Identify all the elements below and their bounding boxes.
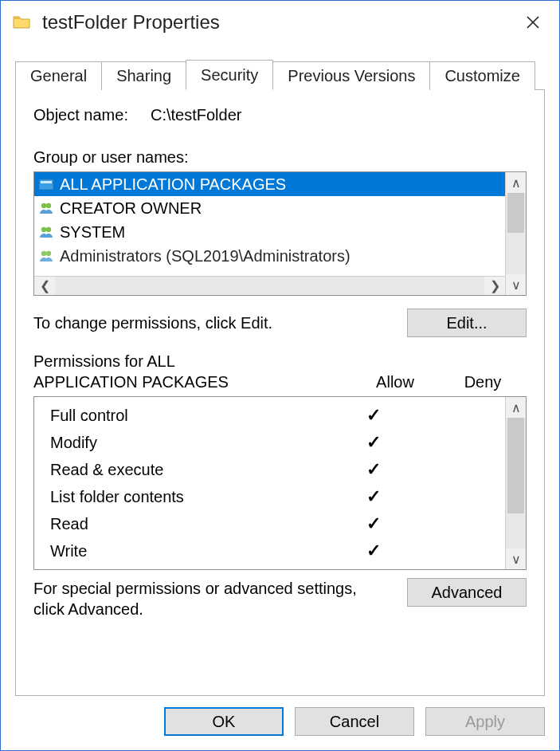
scroll-track[interactable] [506,418,526,549]
security-panel: Object name: C:\testFolder Group or user… [15,90,545,696]
users-icon [37,199,55,217]
list-item-label: CREATOR OWNER [60,199,202,218]
permissions-listbox[interactable]: Full control ✓ Modify ✓ Read & execute ✓ [33,396,527,570]
list-item[interactable]: CREATOR OWNER [34,196,505,220]
check-icon: ✓ [366,432,381,452]
permission-row: Write ✓ [50,537,505,564]
permission-row: Modify ✓ [50,429,505,456]
vertical-scrollbar[interactable]: ∧ ∨ [505,397,526,569]
svg-point-6 [41,251,46,256]
permissions-title-line2: APPLICATION PACKAGES [33,373,351,391]
permissions-title: Permissions for ALL [33,352,527,372]
window-title: testFolder Properties [42,11,513,33]
scroll-up-icon[interactable]: ∧ [506,172,526,193]
allow-cell: ✓ [330,486,417,507]
scroll-thumb[interactable] [507,418,524,513]
permission-row: Full control ✓ [50,402,505,429]
scroll-up-icon[interactable]: ∧ [506,397,526,418]
list-item-label: ALL APPLICATION PACKAGES [60,175,286,194]
scroll-down-icon[interactable]: ∨ [506,549,526,569]
list-item-label: Administrators (SQL2019\Administrators) [60,247,350,265]
list-item-label: SYSTEM [60,223,125,242]
object-name-row: Object name: C:\testFolder [33,106,527,124]
svg-rect-0 [39,179,53,190]
tab-security[interactable]: Security [186,60,273,90]
permission-name: Read & execute [50,461,330,479]
scroll-down-icon[interactable]: ∨ [506,274,526,295]
svg-point-7 [46,251,51,256]
tab-previous-versions[interactable]: Previous Versions [272,61,430,90]
column-allow: Allow [351,373,439,391]
tab-strip: General Sharing Security Previous Versio… [15,58,545,90]
allow-cell: ✓ [330,432,417,453]
allow-cell: ✓ [330,513,417,534]
folder-icon [12,13,31,32]
svg-point-4 [41,227,46,232]
permission-row: Read ✓ [50,510,505,537]
check-icon: ✓ [366,486,381,506]
list-item[interactable]: Administrators (SQL2019\Administrators) [34,244,505,268]
check-icon: ✓ [366,405,381,425]
svg-point-3 [46,203,51,208]
permission-name: Write [50,542,330,560]
edit-button[interactable]: Edit... [407,309,527,337]
groups-listbox[interactable]: ALL APPLICATION PACKAGES CREATOR OWNER [33,171,527,296]
tab-sharing[interactable]: Sharing [101,61,186,90]
dialog-footer: OK Cancel Apply [1,696,559,750]
cancel-button[interactable]: Cancel [295,707,414,736]
users-icon [37,247,55,265]
scroll-left-icon[interactable]: ❮ [34,277,55,295]
tab-general[interactable]: General [15,61,102,90]
list-item[interactable]: SYSTEM [34,220,505,244]
groups-list-body: ALL APPLICATION PACKAGES CREATOR OWNER [34,172,505,295]
check-icon: ✓ [366,513,381,533]
users-icon [37,223,55,241]
permissions-title-line1: Permissions for ALL [33,352,527,372]
list-item[interactable]: ALL APPLICATION PACKAGES [34,172,505,196]
object-name-label: Object name: [33,106,128,124]
tab-customize[interactable]: Customize [429,61,535,90]
permission-row: List folder contents ✓ [50,483,505,510]
scroll-track[interactable] [506,193,526,274]
permission-name: Modify [50,434,330,452]
advanced-button[interactable]: Advanced [407,578,527,607]
apply-button[interactable]: Apply [425,707,545,736]
titlebar: testFolder Properties [1,1,559,44]
allow-cell: ✓ [330,459,417,480]
allow-cell: ✓ [330,405,417,426]
scroll-thumb[interactable] [507,193,524,233]
check-icon: ✓ [366,541,381,560]
ok-button[interactable]: OK [164,707,284,736]
svg-rect-1 [41,181,52,183]
permissions-header: APPLICATION PACKAGES Allow Deny [33,373,527,391]
scroll-right-icon[interactable]: ❯ [484,277,505,295]
permission-name: List folder contents [50,488,330,506]
check-icon: ✓ [366,459,381,479]
permission-name: Full control [50,407,330,425]
groups-label: Group or user names: [33,148,527,167]
edit-hint: To change permissions, click Edit. [33,314,272,332]
advanced-hint: For special permissions or advanced sett… [33,578,368,619]
vertical-scrollbar[interactable]: ∧ ∨ [505,172,526,295]
svg-point-5 [46,227,51,232]
permission-name: Read [50,515,330,533]
object-name-value: C:\testFolder [151,106,241,124]
properties-dialog: testFolder Properties General Sharing Se… [0,0,560,751]
close-button[interactable] [513,5,553,40]
horizontal-scrollbar[interactable]: ❮ ❯ [34,276,505,295]
column-deny: Deny [439,373,527,391]
client-area: General Sharing Security Previous Versio… [1,44,559,696]
svg-point-2 [41,203,46,208]
permission-row: Read & execute ✓ [50,456,505,483]
allow-cell: ✓ [330,541,417,561]
package-icon [37,175,55,193]
scroll-track[interactable] [55,277,484,295]
